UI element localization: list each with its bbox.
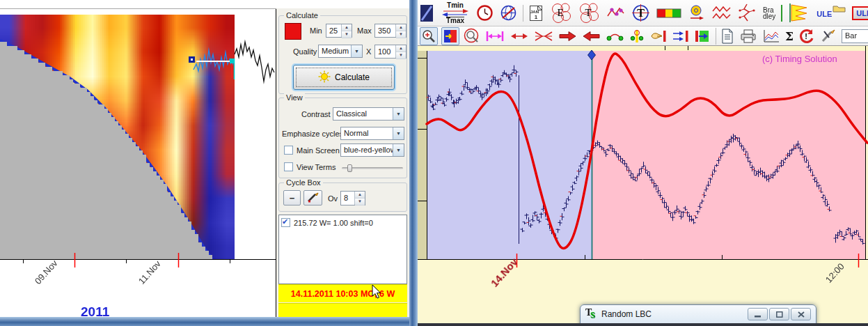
contrast-label: Contrast (301, 110, 331, 118)
cycle-box-panel: Calculate Min 25 ▲▼ Max 350 ▲▼ Quality M… (276, 8, 409, 317)
spin-up-icon[interactable]: ▲ (355, 192, 365, 199)
max-label: Max (357, 26, 372, 35)
recalc-icon[interactable]: ! (798, 27, 816, 45)
print-icon[interactable] (739, 27, 758, 45)
spin-down-icon[interactable]: ▼ (396, 52, 406, 59)
tmin-tmax-control[interactable]: TminTmax (440, 1, 471, 25)
flag-blue-red-icon[interactable] (441, 27, 459, 45)
quality-label: Quality (293, 47, 317, 56)
arrow-right-icon[interactable] (558, 29, 578, 43)
remove-cycle-button[interactable]: − (283, 190, 301, 205)
eclipse-t-icon[interactable]: T (578, 1, 601, 24)
quality-dropdown[interactable]: Medium ▼ (318, 45, 363, 58)
view-group-title: View (284, 93, 305, 102)
chevron-down-icon[interactable]: ▼ (393, 127, 404, 139)
timing-solution-app: 09.Nov 11.Nov 2011 Calculate Min 25 ▲▼ M… (0, 0, 868, 326)
globe-slash-icon[interactable] (499, 3, 518, 22)
main-screen-label: Main Screen (297, 146, 340, 155)
edit-cycle-button[interactable] (303, 190, 322, 205)
sigma-icon[interactable]: Σ (784, 29, 794, 44)
view-terms-checkbox[interactable] (284, 162, 293, 171)
h-arrow-icon[interactable] (509, 29, 530, 44)
price-chart-canvas[interactable] (418, 46, 868, 269)
minimize-button[interactable] (748, 308, 768, 320)
zigzag-waves-icon[interactable] (711, 3, 732, 22)
max-spinner[interactable]: 350 ▲▼ (374, 24, 407, 38)
ule-folder-icon[interactable]: ULE (816, 8, 846, 19)
zigzag-tree-icon[interactable] (737, 2, 757, 24)
chevron-down-icon[interactable]: ▼ (351, 45, 362, 57)
min-label: Min (310, 26, 322, 35)
arrow-left-icon[interactable] (581, 29, 601, 43)
spin-down-icon[interactable]: ▼ (342, 31, 352, 38)
color-swatch[interactable] (285, 23, 301, 40)
svg-text:!: ! (805, 32, 807, 40)
collapse-arrows-icon[interactable] (533, 29, 554, 44)
main-toolbar: TminTmaxJAN1ETTBradleyULEULE64 x (418, 0, 868, 26)
slider-thumb[interactable] (347, 164, 352, 172)
eclipse-e-icon[interactable]: E (550, 1, 573, 24)
chart-toolbar: Σ!Bar▼ (418, 26, 868, 46)
separator (716, 28, 716, 45)
chevron-down-icon[interactable]: ▼ (393, 144, 404, 156)
tools-icon[interactable] (819, 28, 837, 45)
finger-bar-icon[interactable] (649, 29, 668, 44)
bradley-label[interactable]: Bradley (762, 6, 776, 20)
spin-up-icon[interactable]: ▲ (396, 45, 406, 52)
status-bar-2 (278, 303, 407, 317)
color-bar-icon[interactable] (656, 6, 682, 20)
multiplier-spinner[interactable]: 100 ▲▼ (374, 45, 407, 59)
spin-up-icon[interactable]: ▲ (396, 24, 406, 31)
dots-line-icon[interactable] (629, 28, 645, 45)
palette-dropdown[interactable]: blue-red-yellow ▼ (340, 143, 404, 157)
sun-arrow-icon[interactable] (687, 3, 706, 22)
zoom-circle-icon[interactable] (463, 27, 481, 45)
overtones-spinner[interactable]: 8 ▲▼ (340, 191, 365, 205)
globe-t-icon[interactable]: T (631, 3, 651, 23)
pencil-icon (307, 192, 319, 204)
calculate-button[interactable]: Calculate (293, 65, 395, 90)
dots-arc-icon[interactable] (605, 29, 625, 43)
svg-text:T: T (585, 7, 591, 18)
close-button[interactable] (791, 308, 811, 320)
separator-green (781, 5, 782, 22)
ule-button[interactable]: ULE (851, 6, 868, 21)
copyright-label: (c) Timing Solution (762, 54, 837, 64)
chevron-down-icon[interactable]: ▼ (393, 108, 404, 120)
spin-down-icon[interactable]: ▼ (396, 31, 406, 38)
svg-text:E: E (557, 7, 563, 18)
cycle-list-item[interactable]: 215.72 W= 1.00 shift=0 (279, 215, 407, 230)
mouse-cursor (372, 284, 383, 300)
min-spinner[interactable]: 25 ▲▼ (326, 24, 352, 38)
cycle-box-title: Cycle Box (284, 178, 323, 187)
cycle-list[interactable]: 215.72 W= 1.00 shift=0 (278, 215, 407, 284)
zoom-in-icon[interactable] (420, 27, 438, 45)
cycle-checkbox[interactable] (281, 218, 290, 227)
maximize-button[interactable] (769, 308, 789, 320)
wave-dots-icon[interactable] (606, 3, 626, 22)
window-title: Random LBC (601, 309, 652, 319)
status-bar: 14.11.2011 10:03 MO, 6 W (278, 284, 407, 302)
spin-down-icon[interactable]: ▼ (355, 199, 365, 205)
arrow-green-bar-icon[interactable] (693, 29, 712, 44)
main-screen-checkbox[interactable] (284, 146, 293, 155)
lightning-flag-icon[interactable] (787, 1, 811, 24)
view-terms-label: View Terms (297, 163, 336, 171)
left-window-bottom-border (0, 317, 409, 326)
contrast-dropdown[interactable]: Classical ▼ (333, 107, 404, 121)
random-lbc-titlebar[interactable]: TS Random LBC (581, 305, 816, 323)
clock-icon[interactable] (475, 3, 494, 22)
main-chart-window: TminTmaxJAN1ETTBradleyULEULE64 x Σ!Bar▼ … (418, 0, 868, 326)
bar-combobox[interactable]: Bar▼ (841, 29, 868, 44)
svg-text:1: 1 (535, 14, 538, 20)
doc-icon[interactable] (720, 27, 735, 45)
spin-up-icon[interactable]: ▲ (342, 24, 352, 31)
arrows-to-bar-icon[interactable] (671, 29, 690, 44)
view-group: View Contrast Classical ▼ Emphasize cycl… (278, 98, 407, 178)
emphasize-cycles-dropdown[interactable]: Normal ▼ (340, 127, 404, 140)
chart-lines-icon[interactable] (762, 28, 781, 45)
width-arrow-icon[interactable] (484, 29, 505, 44)
svg-text:T: T (637, 7, 645, 19)
calendar-jan1-icon[interactable]: JAN1 (528, 3, 545, 23)
brush-icon[interactable] (420, 3, 435, 24)
